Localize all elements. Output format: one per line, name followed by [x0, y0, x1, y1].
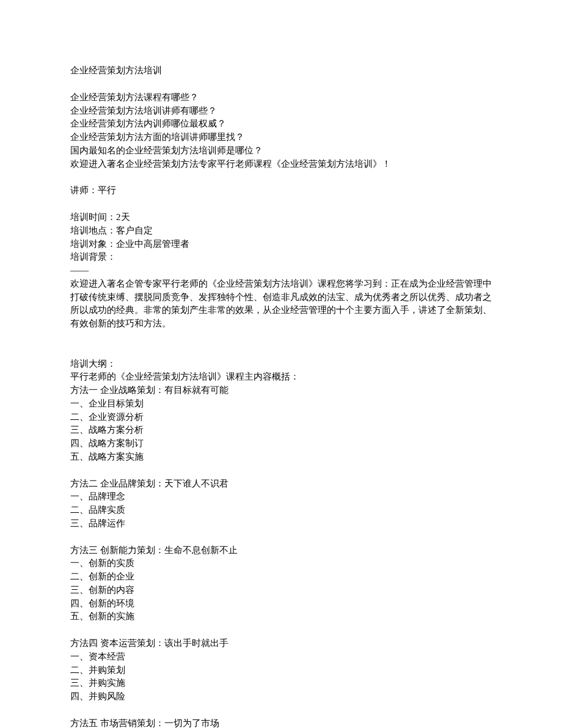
intro-question: 国内最知名的企业经营策划方法培训师是哪位？: [70, 144, 492, 158]
method-item: 四、战略方案制订: [70, 437, 492, 450]
method-item: 一、企业目标策划: [70, 397, 492, 411]
method-item: 四、并购风险: [70, 690, 492, 704]
intro-question: 企业经营策划方法内训师哪位最权威？: [70, 117, 492, 131]
method-item: 一、资本经营: [70, 650, 492, 664]
method-item: 四、创新的环境: [70, 597, 492, 611]
method-title: 方法四 资本运营策划：该出手时就出手: [70, 637, 492, 650]
method-item: 三、并购实施: [70, 677, 492, 690]
method-item: 二、并购策划: [70, 664, 492, 677]
training-target: 培训对象：企业中高层管理者: [70, 238, 492, 251]
method-title: 方法一 企业战略策划：有目标就有可能: [70, 384, 492, 397]
method-item: 三、品牌运作: [70, 517, 492, 531]
outline-subheader: 平行老师的《企业经营策划方法培训》课程主内容概括：: [70, 370, 492, 384]
method-item: 五、战略方案实施: [70, 450, 492, 464]
method4-block: 方法四 资本运营策划：该出手时就出手 一、资本经营 二、并购策划 三、并购实施 …: [70, 637, 492, 704]
method1-block: 方法一 企业战略策划：有目标就有可能 一、企业目标策划 二、企业资源分析 三、战…: [70, 384, 492, 464]
intro-question: 企业经营策划方法培训讲师有哪些？: [70, 105, 492, 118]
training-info-block: 培训时间：2天 培训地点：客户自定 培训对象：企业中高层管理者 培训背景： ——…: [70, 211, 492, 331]
instructor-line: 讲师：平行: [70, 184, 492, 197]
method-item: 三、创新的内容: [70, 584, 492, 597]
training-background-text: 欢迎进入著名企管专家平行老师的《企业经营策划方法培训》课程您将学习到：正在成为企…: [70, 278, 492, 331]
intro-question: 企业经营策划方法方面的培训讲师哪里找？: [70, 131, 492, 144]
title-text: 企业经营策划方法培训: [70, 64, 492, 78]
training-location: 培训地点：客户自定: [70, 224, 492, 238]
intro-question: 欢迎进入著名企业经营策划方法专家平行老师课程《企业经营策划方法培训》！: [70, 158, 492, 171]
intro-questions-block: 企业经营策划方法课程有哪些？ 企业经营策划方法培训讲师有哪些？ 企业经营策划方法…: [70, 91, 492, 171]
method-item: 一、创新的实质: [70, 557, 492, 570]
document-title: 企业经营策划方法培训: [70, 64, 492, 78]
training-duration: 培训时间：2天: [70, 211, 492, 224]
training-background-label: 培训背景：: [70, 251, 492, 264]
method-item: 二、品牌实质: [70, 504, 492, 517]
method-item: 二、创新的企业: [70, 570, 492, 584]
method-title: 方法二 企业品牌策划：天下谁人不识君: [70, 477, 492, 491]
method-item: 三、战略方案分析: [70, 424, 492, 437]
method-item: 一、品牌理念: [70, 490, 492, 504]
method-item: 二、企业资源分析: [70, 411, 492, 424]
method-title: 方法五 市场营销策划：一切为了市场: [70, 717, 492, 728]
intro-question: 企业经营策划方法课程有哪些？: [70, 91, 492, 105]
instructor-block: 讲师：平行: [70, 184, 492, 197]
outline-header-block: 培训大纲： 平行老师的《企业经营策划方法培训》课程主内容概括：: [70, 358, 492, 384]
method2-block: 方法二 企业品牌策划：天下谁人不识君 一、品牌理念 二、品牌实质 三、品牌运作: [70, 477, 492, 531]
method-item: 五、创新的实施: [70, 610, 492, 623]
method5-block: 方法五 市场营销策划：一切为了市场 一、营销战略: [70, 717, 492, 728]
outline-header: 培训大纲：: [70, 358, 492, 371]
method-title: 方法三 创新能力策划：生命不息创新不止: [70, 544, 492, 557]
divider: ——: [70, 264, 492, 278]
method3-block: 方法三 创新能力策划：生命不息创新不止 一、创新的实质 二、创新的企业 三、创新…: [70, 544, 492, 624]
